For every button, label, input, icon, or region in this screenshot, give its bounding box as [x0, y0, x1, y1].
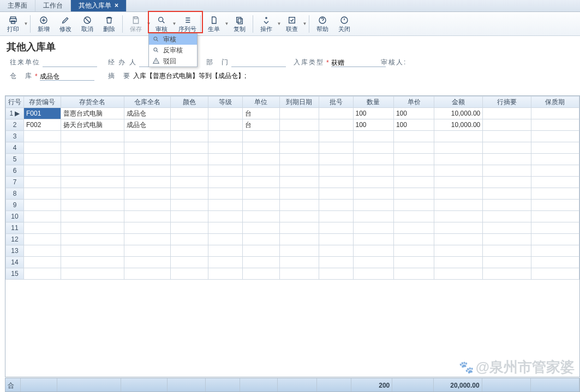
col-header[interactable]: 单价 [393, 97, 434, 108]
cancel-button[interactable]: 取消 [76, 13, 98, 35]
pencil-icon [61, 15, 70, 25]
help-icon [318, 15, 327, 25]
copy-icon [235, 15, 244, 25]
tab-main[interactable]: 主界面 [0, 0, 35, 11]
tab-other-inbound[interactable]: 其他入库单 × [71, 0, 127, 11]
watermark: 🐾 @泉州市管家婆 [459, 358, 575, 377]
doc-icon [209, 15, 219, 25]
table-row[interactable]: 12 [6, 234, 579, 245]
print-button[interactable]: 打印 [2, 13, 24, 35]
table-row[interactable]: 2 F002扬天台式电脑成品仓台10010010,000.00 [6, 119, 579, 131]
table-row[interactable]: 11 [6, 222, 579, 234]
search-icon [157, 15, 166, 25]
table-row[interactable]: 5 [6, 154, 579, 165]
close-button[interactable]: 关闭 [333, 13, 355, 35]
svg-point-13 [154, 48, 157, 51]
check-icon [287, 15, 297, 25]
menu-item-reject[interactable]: 驳回 [149, 56, 197, 67]
table-row[interactable]: 14 [6, 257, 579, 268]
close-icon[interactable]: × [115, 0, 118, 11]
form-row-1: 往来单位 经 办 人 部 门 入库类型* 获赠 审核人: [0, 57, 580, 68]
audit-dropdown[interactable]: ▼ [172, 21, 176, 26]
col-header[interactable]: 存货全名 [61, 97, 124, 108]
generate-dropdown[interactable]: ▼ [225, 21, 229, 26]
col-header[interactable]: 等级 [208, 97, 242, 108]
svg-point-6 [159, 17, 163, 21]
edit-button[interactable]: 修改 [55, 13, 76, 35]
field-warehouse[interactable]: 仓 库* 成品仓 [10, 71, 103, 81]
menu-item-audit[interactable]: 审核 [149, 34, 197, 45]
cancel-circle-icon [82, 15, 92, 25]
col-header[interactable]: 数量 [353, 97, 393, 108]
save-button[interactable]: 保存 [125, 13, 147, 35]
operate-dropdown[interactable]: ▼ [277, 21, 281, 26]
col-header[interactable]: 保质期 [531, 97, 579, 108]
svg-rect-7 [237, 17, 241, 22]
grid-footer: 合计20020,000.00 [5, 378, 580, 392]
copy-button[interactable]: 复制 [229, 13, 250, 35]
delete-button[interactable]: 删除 [98, 13, 120, 35]
print-dropdown[interactable]: ▼ [24, 21, 28, 26]
col-header[interactable]: 单位 [242, 97, 280, 108]
col-header[interactable]: 仓库全名 [124, 97, 171, 108]
plus-circle-icon [39, 15, 49, 25]
table-row[interactable]: 1 ▶F001普惠台式电脑成品仓台10010010,000.00 [6, 108, 579, 119]
table-row[interactable]: 7 [6, 177, 579, 188]
link-dropdown[interactable]: ▼ [303, 21, 307, 26]
audit-button[interactable]: 审核 [151, 13, 172, 35]
svg-point-12 [154, 37, 157, 40]
page-title: 其他入库单 [0, 36, 580, 57]
field-supplier[interactable]: 往来单位 [10, 58, 103, 67]
help-button[interactable]: 帮助 [312, 13, 333, 35]
table-row[interactable]: 6 [6, 165, 579, 177]
table-row[interactable]: 9 [6, 200, 579, 211]
link-button[interactable]: 联查 [281, 13, 303, 35]
svg-rect-5 [134, 17, 137, 19]
col-header[interactable]: 批号 [319, 97, 353, 108]
field-auditor: 审核人: [381, 58, 446, 67]
field-dept[interactable]: 部 门 [206, 58, 288, 67]
menu-item-unaudit[interactable]: 反审核 [149, 45, 197, 56]
field-summary[interactable]: 摘 要 入库【普惠台式电脑】等到【成品仓】; [108, 71, 570, 81]
printer-icon [8, 15, 18, 25]
paw-icon: 🐾 [459, 360, 474, 375]
tab-bar: 主界面 工作台 其他入库单 × [0, 0, 580, 12]
table-row[interactable]: 8 [6, 188, 579, 200]
operate-button[interactable]: 操作 [255, 13, 277, 35]
audit-menu: 审核 反审核 驳回 [148, 33, 198, 67]
table-row[interactable]: 3 [6, 131, 579, 142]
table-row[interactable]: 13 [6, 245, 579, 257]
warning-icon [152, 57, 160, 65]
tab-workbench[interactable]: 工作台 [35, 0, 71, 11]
search-icon [152, 35, 160, 43]
save-icon [131, 15, 141, 25]
trash-icon [104, 15, 114, 25]
table-row[interactable]: 10 [6, 211, 579, 222]
data-grid[interactable]: 行号存货编号存货全名仓库全名颜色等级单位到期日期批号数量单价金额行摘要保质期1 … [5, 95, 580, 377]
col-header[interactable]: 金额 [434, 97, 483, 108]
toolbar: 打印 ▼ 新增 修改 取消 删除 保存 ▼ 审核 ▼ 序列号 生单 ▼ 复制 [0, 12, 580, 36]
col-header[interactable]: 行号 [6, 97, 24, 108]
generate-button[interactable]: 生单 [203, 13, 225, 35]
table-row[interactable]: 15 [6, 268, 579, 280]
col-header[interactable]: 到期日期 [280, 97, 319, 108]
svg-rect-9 [289, 17, 295, 23]
form-row-2: 仓 库* 成品仓 摘 要 入库【普惠台式电脑】等到【成品仓】; [0, 70, 580, 82]
table-row[interactable]: 4 [6, 142, 579, 154]
list-icon [182, 15, 192, 25]
col-header[interactable]: 行摘要 [483, 97, 531, 108]
save-dropdown[interactable]: ▼ [147, 21, 151, 26]
tool-icon [261, 15, 271, 25]
field-intype[interactable]: 入库类型* 获赠 [294, 58, 375, 67]
svg-rect-8 [238, 19, 242, 23]
serial-button[interactable]: 序列号 [176, 13, 198, 35]
col-header[interactable]: 存货编号 [24, 97, 61, 108]
search-icon [152, 46, 160, 54]
new-button[interactable]: 新增 [33, 13, 55, 35]
col-header[interactable]: 颜色 [171, 97, 208, 108]
power-icon [339, 15, 349, 25]
